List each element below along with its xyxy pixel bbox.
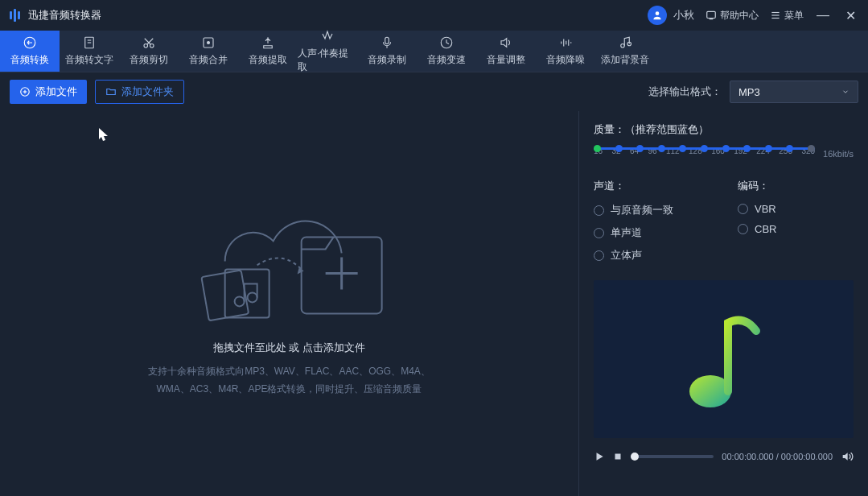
audio-player: 00:00:00.000 / 00:00:00.000 — [594, 444, 854, 469]
tab-vocal-extract[interactable]: 人声·伴奏提取 — [298, 31, 357, 72]
bgm-icon — [618, 35, 632, 50]
denoise-icon — [558, 35, 573, 50]
svg-rect-15 — [385, 37, 389, 43]
preview-panel — [594, 280, 854, 438]
action-bar: 添加文件 添加文件夹 选择输出格式： MP3 — [0, 72, 868, 111]
user-name: 小秋 — [673, 8, 694, 23]
svg-marker-36 — [597, 453, 603, 460]
encoding-header: 编码： — [738, 179, 776, 193]
channel-option-stereo[interactable]: 立体声 — [594, 248, 673, 262]
tab-audio-speed[interactable]: 音频变速 — [417, 31, 476, 72]
channel-option-same[interactable]: 与原音频一致 — [594, 203, 673, 217]
dropzone-illustration — [176, 193, 401, 330]
svg-rect-37 — [615, 454, 621, 460]
menu-button[interactable]: 菜单 — [770, 9, 804, 23]
mic-icon — [380, 35, 394, 50]
volume-icon — [499, 35, 513, 50]
tab-audio-to-text[interactable]: 音频转文字 — [60, 31, 119, 72]
play-icon[interactable] — [594, 451, 605, 462]
app-title: 迅捷音频转换器 — [28, 8, 101, 23]
quality-unit: 16kbit/s — [823, 149, 854, 159]
minimize-button[interactable]: — — [815, 8, 831, 23]
add-folder-button[interactable]: 添加文件夹 — [95, 80, 184, 104]
svg-point-34 — [247, 293, 257, 303]
speed-icon — [439, 35, 454, 50]
dropzone-title: 拖拽文件至此处 或 点击添加文件 — [213, 341, 365, 356]
plus-circle-icon — [19, 86, 31, 97]
svg-point-33 — [234, 297, 244, 307]
tool-tabs: 音频转换 音频转文字 音频剪切 音频合并 音频提取 人声·伴奏提取 音频录制 音… — [0, 31, 868, 72]
channel-header: 声道： — [594, 179, 673, 193]
avatar-icon — [648, 6, 667, 25]
folder-icon — [105, 86, 117, 97]
add-file-button[interactable]: 添加文件 — [10, 80, 87, 104]
tab-volume-adjust[interactable]: 音量调整 — [476, 31, 536, 72]
tab-denoise[interactable]: 音频降噪 — [536, 31, 595, 72]
tab-audio-convert[interactable]: 音频转换 — [0, 31, 60, 72]
cursor-icon — [98, 127, 109, 142]
svg-point-14 — [208, 42, 210, 44]
chevron-down-icon — [841, 88, 849, 96]
logo-icon — [10, 9, 20, 22]
quality-slider[interactable]: 16 32 64 96 112 128 160 192 224 256 320 — [594, 145, 815, 163]
user-area[interactable]: 小秋 — [648, 6, 694, 25]
tab-audio-record[interactable]: 音频录制 — [357, 31, 417, 72]
convert-icon — [23, 35, 37, 50]
dropzone-sub1: 支持十余种音频格式向MP3、WAV、FLAC、AAC、OGG、M4A、 — [148, 364, 430, 382]
drop-area[interactable]: 拖拽文件至此处 或 点击添加文件 支持十余种音频格式向MP3、WAV、FLAC、… — [0, 111, 578, 496]
settings-panel: 质量：（推荐范围蓝色） 16 32 64 96 112 128 160 192 … — [578, 111, 868, 496]
to-text-icon — [82, 35, 97, 50]
music-note-icon — [680, 307, 768, 411]
app-logo: 迅捷音频转换器 — [10, 8, 101, 23]
svg-rect-32 — [224, 270, 269, 318]
time-display: 00:00:00.000 / 00:00:00.000 — [722, 452, 833, 461]
stop-icon[interactable] — [613, 452, 623, 461]
merge-icon — [201, 35, 216, 50]
dropzone-sub2: WMA、AC3、M4R、APE格式转换，同时提升、压缩音频质量 — [148, 381, 430, 399]
scissors-icon — [142, 35, 156, 50]
close-button[interactable]: ✕ — [842, 8, 858, 23]
extract-icon — [261, 35, 275, 50]
tab-audio-cut[interactable]: 音频剪切 — [119, 31, 179, 72]
svg-rect-1 — [707, 11, 716, 18]
title-bar: 迅捷音频转换器 小秋 帮助中心 菜单 — ✕ — [0, 0, 868, 31]
svg-point-0 — [656, 11, 660, 15]
tab-audio-merge[interactable]: 音频合并 — [179, 31, 238, 72]
quality-label: 质量：（推荐范围蓝色） — [594, 122, 854, 137]
output-format-label: 选择输出格式： — [648, 85, 722, 99]
tab-add-bgm[interactable]: 添加背景音 — [595, 31, 655, 72]
tab-audio-extract[interactable]: 音频提取 — [238, 31, 298, 72]
channel-option-mono[interactable]: 单声道 — [594, 225, 673, 240]
encoding-option-vbr[interactable]: VBR — [738, 203, 776, 215]
help-center-button[interactable]: 帮助中心 — [706, 9, 759, 23]
speaker-icon[interactable] — [841, 450, 854, 463]
vocal-icon — [320, 29, 335, 43]
encoding-option-cbr[interactable]: CBR — [738, 223, 776, 235]
seek-bar[interactable] — [631, 455, 714, 458]
output-format-select[interactable]: MP3 — [730, 81, 858, 103]
svg-point-22 — [621, 44, 625, 48]
